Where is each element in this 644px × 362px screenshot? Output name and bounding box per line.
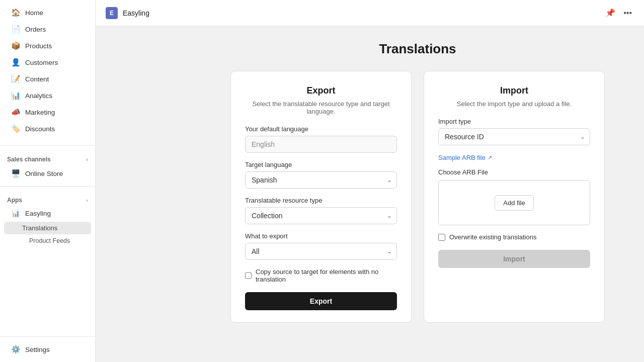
- import-type-label: Import type: [438, 118, 590, 125]
- sidebar-item-label: Orders: [25, 26, 46, 33]
- resource-type-label: Translatable resource type: [245, 197, 397, 204]
- sidebar-item-easyling[interactable]: 📊 Easyling: [4, 206, 91, 221]
- copy-source-label: Copy source to target for elements with …: [256, 268, 397, 283]
- what-to-export-label: What to export: [245, 232, 397, 240]
- copy-source-checkbox[interactable]: [245, 272, 252, 279]
- topbar-actions: 📌 •••: [603, 6, 634, 20]
- add-file-button[interactable]: Add file: [495, 195, 533, 211]
- import-type-select[interactable]: Resource ID Handle Title: [438, 128, 590, 145]
- page-title: Translations: [211, 41, 624, 57]
- export-button[interactable]: Export: [245, 292, 397, 310]
- target-language-group: Target language Spanish French German It…: [245, 161, 397, 189]
- chevron-right-icon: ›: [86, 197, 88, 203]
- sidebar-item-settings[interactable]: ⚙️ Settings: [4, 341, 91, 357]
- sales-channels-header[interactable]: Sales channels ›: [0, 152, 95, 165]
- customers-icon: 👤: [11, 58, 20, 67]
- target-language-select-wrapper: Spanish French German Italian Portuguese…: [245, 171, 397, 189]
- resource-type-group: Translatable resource type Collection Pr…: [245, 197, 397, 224]
- pin-button[interactable]: 📌: [603, 6, 617, 20]
- overwrite-label: Overwrite existing translations: [449, 233, 536, 241]
- what-to-export-group: What to export All Published Unpublished…: [245, 232, 397, 260]
- sidebar-item-product-feeds[interactable]: Product Feeds: [4, 235, 91, 246]
- home-icon: 🏠: [11, 8, 20, 17]
- sidebar-item-label: Easyling: [25, 210, 51, 217]
- sidebar-item-marketing[interactable]: 📣 Marketing: [4, 104, 91, 120]
- sidebar-item-label: Discounts: [25, 125, 55, 133]
- sidebar-item-analytics[interactable]: 📊 Analytics: [4, 87, 91, 104]
- import-type-group: Import type Resource ID Handle Title ⌄: [438, 118, 590, 145]
- import-card-title: Import: [438, 85, 590, 96]
- choose-arb-label: Choose ARB File: [438, 168, 590, 176]
- apps-header[interactable]: Apps ›: [0, 193, 95, 206]
- import-card-subtitle: Select the import type and upload a file…: [438, 100, 590, 108]
- external-link-icon: ↗: [488, 154, 492, 161]
- sidebar: 🏠 Home 📄 Orders 📦 Products 👤 Customers 📝…: [0, 0, 96, 362]
- app-icon: E: [106, 7, 118, 19]
- online-store-icon: 🖥️: [11, 169, 20, 178]
- default-language-label: Your default language: [245, 125, 397, 133]
- main-content: Translations Export Select the translata…: [191, 26, 644, 362]
- sidebar-item-customers[interactable]: 👤 Customers: [4, 54, 91, 70]
- sidebar-item-label: Customers: [25, 59, 58, 66]
- chevron-right-icon: ›: [86, 156, 88, 162]
- target-language-select[interactable]: Spanish French German Italian Portuguese: [245, 171, 397, 189]
- products-icon: 📦: [11, 41, 20, 50]
- sidebar-item-label: Online Store: [25, 170, 63, 177]
- default-language-input: [245, 136, 397, 153]
- easyling-icon: 📊: [11, 210, 20, 217]
- sidebar-item-content[interactable]: 📝 Content: [4, 71, 91, 87]
- sidebar-item-label: Content: [25, 75, 49, 83]
- default-language-group: Your default language: [245, 125, 397, 153]
- sidebar-item-discounts[interactable]: 🏷️ Discounts: [4, 121, 91, 137]
- more-button[interactable]: •••: [621, 7, 634, 20]
- what-to-export-select[interactable]: All Published Unpublished: [245, 243, 397, 260]
- sidebar-item-online-store[interactable]: 🖥️ Online Store: [4, 165, 91, 182]
- file-upload-area[interactable]: Add file: [438, 180, 590, 225]
- sidebar-item-home[interactable]: 🏠 Home: [4, 5, 91, 21]
- sample-arb-link[interactable]: Sample ARB file ↗: [438, 154, 492, 161]
- sidebar-item-products[interactable]: 📦 Products: [4, 38, 91, 54]
- marketing-icon: 📣: [11, 108, 20, 117]
- discounts-icon: 🏷️: [11, 124, 20, 133]
- topbar-title: Easyling: [123, 9, 149, 17]
- export-card-subtitle: Select the translatable resource type an…: [245, 100, 397, 115]
- import-card: Import Select the import type and upload…: [424, 71, 605, 323]
- settings-icon: ⚙️: [11, 345, 20, 354]
- export-card: Export Select the translatable resource …: [230, 71, 412, 323]
- resource-type-select[interactable]: Collection Product Blog post Page Theme: [245, 207, 397, 224]
- orders-icon: 📄: [11, 25, 20, 34]
- sidebar-item-label: Marketing: [25, 109, 55, 116]
- sidebar-item-label: Products: [25, 42, 52, 50]
- target-language-label: Target language: [245, 161, 397, 168]
- resource-type-select-wrapper: Collection Product Blog post Page Theme …: [245, 207, 397, 224]
- topbar: E Easyling 📌 •••: [96, 0, 644, 26]
- export-card-title: Export: [245, 85, 397, 96]
- content-icon: 📝: [11, 74, 20, 83]
- import-type-select-wrapper: Resource ID Handle Title ⌄: [438, 128, 590, 145]
- overwrite-checkbox[interactable]: [438, 234, 445, 241]
- what-to-export-select-wrapper: All Published Unpublished ⌄: [245, 243, 397, 260]
- sidebar-item-label: Analytics: [25, 92, 52, 100]
- analytics-icon: 📊: [11, 91, 20, 100]
- copy-source-checkbox-row: Copy source to target for elements with …: [245, 268, 397, 283]
- sidebar-item-label: Home: [25, 9, 43, 17]
- cards-row: Export Select the translatable resource …: [211, 71, 624, 323]
- import-button: Import: [438, 250, 590, 268]
- sidebar-item-label: Settings: [25, 346, 50, 353]
- overwrite-checkbox-row: Overwrite existing translations: [438, 233, 590, 241]
- sidebar-item-orders[interactable]: 📄 Orders: [4, 21, 91, 37]
- translations-label: Translations: [22, 224, 57, 232]
- sidebar-item-translations[interactable]: Translations: [4, 222, 91, 234]
